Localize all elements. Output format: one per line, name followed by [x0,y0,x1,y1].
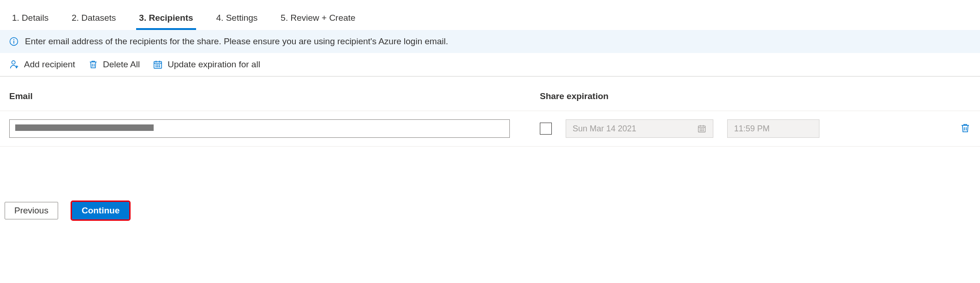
tab-settings[interactable]: 4. Settings [214,8,261,29]
add-recipient-label: Add recipient [24,59,75,70]
recipients-toolbar: Add recipient Delete All Update e [0,53,980,77]
recipients-table-header: Email Share expiration [0,77,980,111]
svg-point-26 [701,130,702,131]
info-icon [9,37,18,46]
svg-point-25 [700,130,700,131]
svg-point-3 [12,61,15,64]
expiration-date-value: Sun Mar 14 2021 [573,124,636,134]
delete-all-button[interactable]: Delete All [88,59,140,70]
update-expiration-label: Update expiration for all [167,59,260,70]
column-header-email: Email [9,91,540,101]
svg-point-22 [700,129,700,129]
expiration-time-field[interactable]: 11:59 PM [727,119,819,138]
tab-review-create[interactable]: 5. Review + Create [278,8,358,29]
expiration-enable-checkbox[interactable] [540,123,552,135]
wizard-tabs: 1. Details 2. Datasets 3. Recipients 4. … [0,0,980,30]
wizard-footer: Previous Continue [0,147,980,229]
continue-button[interactable]: Continue [72,202,129,219]
svg-point-17 [159,66,160,67]
recipient-row: Sun Mar 14 2021 11:59 PM [0,111,980,147]
expiration-date-field[interactable]: Sun Mar 14 2021 [566,119,713,138]
obscured-email-value [15,124,154,131]
calendar-picker-icon [697,124,706,133]
svg-point-12 [156,65,156,65]
delete-all-label: Delete All [103,59,140,70]
calendar-icon [153,59,163,70]
svg-point-13 [158,65,158,65]
svg-point-24 [703,129,704,129]
svg-point-16 [158,66,158,67]
info-text: Enter email address of the recipients fo… [25,36,448,47]
info-banner: Enter email address of the recipients fo… [0,30,980,53]
trash-icon [960,128,971,135]
person-add-icon [9,59,19,70]
svg-point-2 [13,39,14,40]
svg-point-14 [159,65,160,65]
column-header-expiration: Share expiration [540,91,609,101]
trash-icon [88,59,98,70]
expiration-time-value: 11:59 PM [734,124,770,134]
add-recipient-button[interactable]: Add recipient [9,59,75,70]
tab-details[interactable]: 1. Details [9,8,51,29]
email-input[interactable] [9,119,510,138]
tab-recipients[interactable]: 3. Recipients [136,8,196,29]
tab-datasets[interactable]: 2. Datasets [69,8,119,29]
update-expiration-button[interactable]: Update expiration for all [153,59,260,70]
delete-row-button[interactable] [960,123,971,135]
previous-button[interactable]: Previous [5,202,58,219]
svg-point-23 [701,129,702,129]
svg-point-27 [703,130,704,131]
svg-point-15 [156,66,156,67]
